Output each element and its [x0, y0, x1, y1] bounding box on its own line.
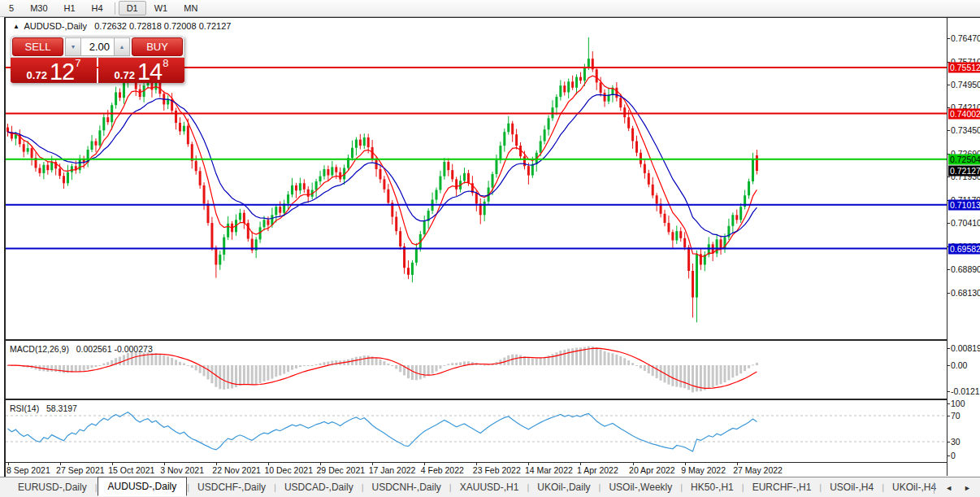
terminal-screen: 5M30H1H4D1W1MN ▲ AUDUSD-,Daily 0.72632 0…	[0, 0, 980, 497]
candle-body	[187, 126, 189, 145]
y-axis-tick	[947, 269, 950, 270]
timeframe-button-h1[interactable]: H1	[56, 1, 84, 15]
candle-body	[67, 172, 69, 184]
candle-body	[315, 181, 318, 190]
macd-histogram-bar	[692, 365, 694, 392]
macd-histogram-bar	[175, 360, 177, 365]
candle-body	[31, 148, 33, 158]
rsi-pane[interactable]: RSI(14) 58.3197	[6, 399, 947, 462]
sell-price-box[interactable]: 0.72 12 7	[11, 58, 97, 83]
macd-pane[interactable]: MACD(12,26,9) 0.002561 -0.000273	[6, 339, 947, 399]
y-axis-label: 0	[951, 451, 956, 460]
x-axis-label: 29 Dec 2021	[317, 465, 366, 475]
macd-histogram-bar	[683, 365, 686, 388]
tab-ukoil-daily[interactable]: UKOil-,Daily	[529, 479, 598, 495]
collapse-triangle-icon[interactable]: ▲	[13, 23, 20, 30]
buy-price-box[interactable]: 0.72 14 8	[98, 58, 184, 83]
y-axis[interactable]: 0.764700.757100.749500.742100.734500.726…	[947, 18, 980, 476]
tab-eurchf-h1[interactable]: EURCHF-,H1	[744, 479, 820, 495]
tab-scroll-left-icon[interactable]: ◄	[939, 482, 958, 495]
y-axis-tick	[947, 365, 950, 366]
macd-histogram-bar	[207, 365, 210, 379]
macd-histogram-bar	[596, 347, 598, 365]
tab-scroll-right-icon[interactable]: ►	[958, 482, 977, 495]
macd-histogram-bar	[748, 365, 750, 368]
macd-histogram-bar	[135, 352, 137, 365]
macd-histogram-bar	[536, 359, 538, 365]
candle-body	[387, 190, 389, 203]
buy-price-big: 14	[137, 62, 162, 81]
tab-usdcnh-daily[interactable]: USDCNH-,Daily	[364, 479, 449, 495]
macd-histogram-bar	[279, 365, 281, 376]
timeframe-toolbar: 5M30H1H4D1W1MN	[0, 0, 980, 17]
candle-body	[210, 223, 213, 248]
candle-body	[71, 166, 73, 172]
volume-value[interactable]: 2.00	[81, 37, 114, 56]
candle-body	[267, 220, 269, 225]
candle-body	[635, 141, 638, 152]
macd-histogram-bar	[251, 365, 254, 385]
timeframe-button-mn[interactable]: MN	[176, 1, 206, 15]
candle-body	[307, 190, 310, 197]
macd-histogram-bar	[419, 365, 422, 379]
macd-histogram-bar	[171, 358, 173, 365]
rsi-canvas[interactable]	[6, 400, 947, 462]
y-axis-tick	[947, 416, 950, 416]
candle-body	[351, 148, 353, 158]
candle-body	[199, 171, 202, 185]
macd-histogram-bar	[531, 359, 534, 365]
timeframe-button-w1[interactable]: W1	[146, 1, 176, 15]
macd-histogram-bar	[744, 365, 746, 371]
tab-usdchf-daily[interactable]: USDCHF-,Daily	[189, 479, 274, 495]
timeframe-button-d1[interactable]: D1	[119, 1, 146, 15]
macd-histogram-bar	[187, 365, 189, 366]
macd-histogram-bar	[611, 353, 614, 365]
candle-body	[239, 213, 241, 220]
timeframe-button-m30[interactable]: M30	[22, 1, 55, 15]
tab-xauusd-h1[interactable]: XAUUSD-,H1	[452, 479, 527, 495]
candle-body	[207, 203, 210, 223]
rsi-value: 58.3197	[46, 403, 77, 413]
macd-histogram-bar	[311, 365, 314, 366]
macd-histogram-bar	[463, 361, 466, 365]
candle-body	[263, 220, 266, 227]
candle-body	[215, 248, 217, 265]
candle-body	[664, 214, 666, 223]
macd-histogram-bar	[271, 365, 273, 379]
candle-body	[175, 111, 177, 123]
macd-histogram-bar	[752, 364, 754, 365]
candle-body	[571, 81, 574, 88]
timeframe-button-5[interactable]: 5	[1, 1, 22, 15]
buy-button[interactable]: BUY	[132, 37, 183, 56]
volume-decrease-button[interactable]: ▼	[65, 37, 81, 56]
macd-histogram-bar	[287, 365, 289, 372]
price-level-badge: 0.72504	[948, 154, 980, 164]
volume-increase-button[interactable]: ▲	[114, 37, 130, 56]
macd-histogram-bar	[387, 364, 389, 365]
candle-body	[7, 128, 9, 133]
candle-body	[423, 221, 426, 234]
macd-histogram-bar	[423, 365, 426, 378]
candle-body	[596, 69, 598, 82]
macd-histogram-bar	[399, 365, 401, 372]
y-axis-tick	[947, 177, 950, 177]
tab-usoil-h4[interactable]: USOil-,H4	[822, 479, 882, 495]
y-axis-label: 0.73450	[951, 125, 980, 135]
tab-audusd-daily[interactable]: AUDUSD-,Daily	[98, 477, 188, 496]
candle-body	[631, 129, 634, 142]
macd-histogram-bar	[247, 365, 249, 385]
macd-histogram-bar	[696, 365, 698, 391]
sell-button[interactable]: SELL	[12, 37, 63, 56]
tab-eurusd-daily[interactable]: EURUSD-,Daily	[10, 479, 95, 495]
candle-body	[275, 207, 277, 215]
candle-body	[443, 162, 445, 177]
tab-usoil-weekly[interactable]: USOil-,Weekly	[601, 479, 680, 495]
macd-histogram-bar	[359, 356, 362, 365]
chart-symbol-label: AUDUSD-,Daily	[24, 21, 87, 31]
macd-histogram-bar	[671, 365, 674, 386]
tab-hk50-h1[interactable]: HK50-,H1	[683, 479, 742, 495]
timeframe-button-h4[interactable]: H4	[84, 1, 111, 15]
macd-histogram-bar	[323, 362, 325, 365]
tab-usdcad-daily[interactable]: USDCAD-,Daily	[276, 479, 362, 495]
candle-body	[279, 207, 281, 213]
